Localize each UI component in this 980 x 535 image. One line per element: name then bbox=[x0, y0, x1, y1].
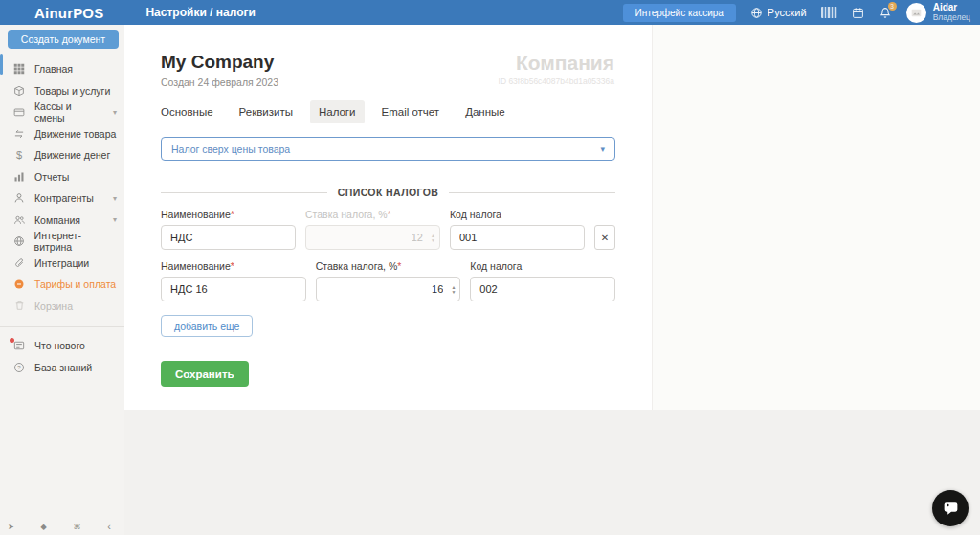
add-more-button[interactable]: добавить еще bbox=[161, 315, 253, 337]
sidebar-item-whats-new[interactable]: Что нового bbox=[0, 335, 124, 357]
chat-bubble-icon bbox=[942, 500, 960, 518]
code-label: Код налога bbox=[470, 260, 615, 272]
sidebar-item-knowledge-base[interactable]: ? База знаний bbox=[0, 357, 124, 379]
sidebar-item-label: Что нового bbox=[34, 340, 85, 351]
sidebar-item-label: Отчеты bbox=[34, 171, 69, 183]
sidebar-item-products[interactable]: Товары и услуги bbox=[0, 80, 124, 102]
tax-code-input[interactable] bbox=[470, 277, 615, 301]
sidebar-scrollbar[interactable] bbox=[0, 54, 3, 75]
main-area: My Company Создан 24 февраля 2023 Компан… bbox=[124, 25, 980, 535]
trash-icon bbox=[12, 301, 26, 311]
chat-widget-button[interactable] bbox=[932, 490, 969, 526]
apple-icon[interactable]: ⌘ bbox=[73, 523, 80, 531]
sidebar-item-counterparties[interactable]: Контрагенты ▾ bbox=[0, 188, 124, 210]
tab-data[interactable]: Данные bbox=[457, 100, 514, 123]
sidebar-item-label: Главная bbox=[34, 63, 73, 75]
company-id: ID 63f8b56c4087b4bd1a05336a bbox=[499, 77, 614, 86]
save-button[interactable]: Сохранить bbox=[161, 361, 249, 387]
tax-rate-input[interactable] bbox=[305, 225, 440, 250]
tab-email-report[interactable]: Email отчет bbox=[373, 100, 449, 123]
sidebar-item-tariffs[interactable]: Тарифы и оплата bbox=[0, 274, 124, 296]
tax-name-input[interactable] bbox=[161, 277, 306, 301]
sidebar-item-label: Тарифы и оплата bbox=[34, 279, 116, 290]
company-card: My Company Создан 24 февраля 2023 Компан… bbox=[124, 25, 653, 410]
news-icon bbox=[12, 340, 26, 351]
telegram-icon[interactable]: ➤ bbox=[8, 523, 14, 531]
sidebar-item-label: Кассы и смены bbox=[34, 100, 104, 123]
language-switcher[interactable]: Русский bbox=[750, 7, 807, 19]
name-label: Наименование* bbox=[161, 260, 306, 272]
notification-badge: 3 bbox=[888, 2, 897, 11]
globe-icon bbox=[12, 235, 26, 247]
tax-mode-selected-value: Налог сверх цены товара bbox=[171, 144, 290, 155]
required-mark: * bbox=[388, 209, 391, 220]
cash-register-icon bbox=[12, 106, 26, 118]
cashier-interface-button[interactable]: Интерфейс кассира bbox=[623, 4, 736, 22]
collapse-sidebar-icon[interactable]: ‹ bbox=[107, 521, 111, 532]
sidebar-item-home[interactable]: Главная bbox=[0, 58, 124, 80]
required-mark: * bbox=[231, 260, 234, 272]
company-tabs: Основные Реквизиты Налоги Email отчет Да… bbox=[152, 100, 614, 123]
sidebar-divider bbox=[0, 326, 124, 327]
tax-mode-select[interactable]: Налог сверх цены товара ▾ bbox=[161, 137, 615, 161]
name-label: Наименование* bbox=[161, 209, 296, 220]
paperclip-icon bbox=[12, 257, 26, 269]
rate-label: Ставка налога, %* bbox=[316, 260, 461, 272]
sidebar-item-money-movement[interactable]: $ Движение денег bbox=[0, 145, 124, 167]
entity-watermark: Компания bbox=[499, 52, 614, 75]
tax-list-section-header: СПИСОК НАЛОГОВ bbox=[161, 187, 615, 198]
tab-taxes[interactable]: Налоги bbox=[310, 100, 365, 123]
number-spinner[interactable]: ▲▼ bbox=[451, 285, 456, 294]
avatar bbox=[906, 3, 926, 23]
sidebar-item-label: База знаний bbox=[34, 362, 92, 373]
calendar-icon[interactable] bbox=[852, 7, 864, 19]
sidebar-item-label: Контрагенты bbox=[34, 192, 94, 204]
products-icon bbox=[12, 85, 26, 97]
sidebar-item-trash[interactable]: Корзина bbox=[0, 296, 124, 318]
sidebar-item-storefront[interactable]: Интернет-витрина bbox=[0, 231, 124, 253]
code-label: Код налога bbox=[450, 209, 585, 220]
sidebar-menu: Главная Товары и услуги Кассы и смены ▾ … bbox=[0, 58, 124, 317]
sidebar-item-cash-registers[interactable]: Кассы и смены ▾ bbox=[0, 101, 124, 123]
user-menu[interactable]: Aidar Владелец bbox=[906, 3, 970, 23]
sidebar-item-goods-movement[interactable]: Движение товара bbox=[0, 123, 124, 145]
ainurpos-app: AinurPOS Настройки / налоги Интерфейс ка… bbox=[0, 0, 980, 535]
barcode-icon[interactable] bbox=[821, 7, 837, 18]
tax-row: Наименование* Ставка налога, %* ▲▼ Код н… bbox=[161, 260, 615, 301]
company-created-date: Создан 24 февраля 2023 bbox=[161, 77, 278, 88]
transfer-arrows-icon bbox=[12, 128, 26, 140]
create-document-button[interactable]: Создать документ bbox=[8, 30, 119, 49]
tax-name-input[interactable] bbox=[161, 225, 296, 250]
svg-text:?: ? bbox=[17, 365, 21, 370]
required-mark: * bbox=[397, 260, 401, 272]
tax-code-input[interactable] bbox=[450, 225, 585, 250]
bar-chart-icon bbox=[12, 171, 26, 183]
number-spinner[interactable]: ▲▼ bbox=[431, 234, 435, 242]
tab-main[interactable]: Основные bbox=[152, 100, 222, 123]
person-icon bbox=[12, 192, 26, 204]
sidebar-item-integrations[interactable]: Интеграции bbox=[0, 253, 124, 275]
tax-rate-input[interactable] bbox=[316, 277, 461, 301]
sidebar-item-label: Товары и услуги bbox=[34, 85, 110, 97]
remove-tax-row-button[interactable]: ✕ bbox=[594, 225, 615, 250]
app-logo[interactable]: AinurPOS bbox=[34, 5, 103, 21]
section-title: СПИСОК НАЛОГОВ bbox=[338, 187, 438, 198]
chevron-down-icon: ▾ bbox=[113, 108, 117, 117]
language-label: Русский bbox=[768, 7, 807, 18]
user-name: Aidar bbox=[933, 3, 970, 12]
sidebar-item-company[interactable]: Компания ▾ bbox=[0, 210, 124, 232]
sidebar-item-reports[interactable]: Отчеты bbox=[0, 167, 124, 189]
dot-icon[interactable]: ◆ bbox=[41, 523, 47, 531]
page-title: My Company bbox=[161, 52, 278, 73]
user-info: Aidar Владелец bbox=[933, 3, 970, 22]
rate-label: Ставка налога, %* bbox=[305, 209, 440, 220]
sidebar-item-label: Интеграции bbox=[34, 257, 89, 269]
chevron-down-icon: ▾ bbox=[113, 215, 117, 224]
breadcrumb: Настройки / налоги bbox=[145, 6, 255, 19]
chevron-down-icon: ▾ bbox=[600, 145, 605, 154]
grid-icon bbox=[12, 63, 26, 75]
question-circle-icon: ? bbox=[12, 362, 26, 373]
tab-requisites[interactable]: Реквизиты bbox=[231, 100, 301, 123]
dollar-icon: $ bbox=[12, 149, 26, 161]
notifications-bell-icon[interactable]: 3 bbox=[879, 6, 892, 19]
